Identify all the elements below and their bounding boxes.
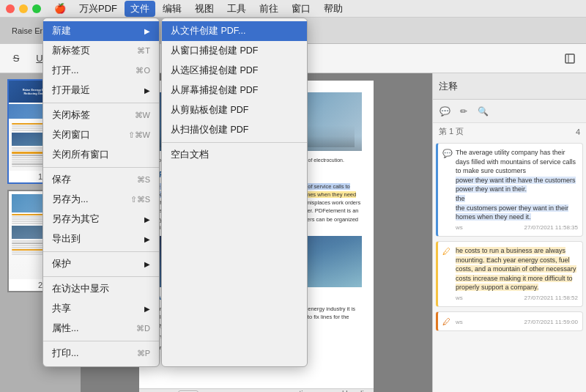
toolbar-strikethrough[interactable]: S: [6, 48, 26, 69]
panel-title: 注释: [439, 80, 458, 93]
menu-close-win[interactable]: 关闭窗口 ⇧⌘W: [43, 125, 159, 145]
submenu-from-window[interactable]: 从窗口捕捉创建 PDF: [162, 41, 307, 61]
annotation-1[interactable]: 💬 The average utility company has their …: [436, 143, 583, 237]
menu-save-other[interactable]: 另存为其它 ▶: [43, 210, 159, 229]
submenu-from-selection[interactable]: 从选区捕捉创建 PDF: [162, 61, 307, 81]
submenu-from-window-label: 从窗口捕捉创建 PDF: [171, 45, 258, 57]
submenu-sep: [162, 142, 307, 143]
menubar-edit[interactable]: 编辑: [157, 1, 188, 17]
annotation-2-text: he costs to run a business are always mo…: [456, 246, 578, 292]
menu-props-shortcut: ⌘D: [136, 324, 150, 333]
panel-tool-chat[interactable]: 💬: [436, 103, 453, 120]
new-submenu: 从文件创建 PDF... 从窗口捕捉创建 PDF 从选区捕捉创建 PDF 从屏幕…: [161, 18, 308, 367]
menu-sep-1: [43, 103, 159, 103]
pdf-next-page-2[interactable]: ↑: [242, 389, 256, 392]
annotation-1-text: The average utility company has their da…: [456, 148, 578, 222]
menu-save-as-shortcut: ⇧⌘S: [130, 195, 150, 204]
menubar-apple[interactable]: 🍎: [48, 1, 72, 15]
menu-export[interactable]: 导出到 ▶: [43, 229, 159, 249]
submenu-from-scanner-label: 从扫描仪创建 PDF: [171, 124, 248, 136]
menu-sep-4: [43, 276, 159, 277]
panel-tool-pen[interactable]: ✏: [455, 103, 472, 120]
annotation-2-user: ws: [456, 294, 463, 302]
menu-export-label: 导出到: [52, 233, 81, 245]
annotation-2[interactable]: 🖊 he costs to run a business are always …: [436, 241, 583, 307]
submenu-from-clipboard[interactable]: 从剪贴板创建 PDF: [162, 100, 307, 120]
minimize-btn[interactable]: [19, 4, 28, 13]
file-dropdown-menu: 新建 ▶ 新标签页 ⌘T 打开... ⌘O 打开最近 ▶: [42, 18, 160, 367]
menu-protect[interactable]: 保护 ▶: [43, 254, 159, 274]
menu-close-tab-label: 关闭标签: [52, 109, 90, 122]
menubar-appname[interactable]: 万兴PDF: [73, 1, 123, 17]
menu-share[interactable]: 共享 ▶: [43, 299, 159, 319]
menu-props-label: 属性...: [52, 322, 78, 335]
menu-close-all[interactable]: 关闭所有窗口: [43, 145, 159, 165]
menu-save-as-label: 另存为...: [52, 193, 88, 206]
menu-close-tab[interactable]: 关闭标签 ⌘W: [43, 106, 159, 125]
menubar-view[interactable]: 视图: [189, 1, 220, 17]
annotation-2-icon: 🖊: [442, 246, 450, 257]
submenu-blank[interactable]: 空白文档: [162, 145, 307, 165]
annotation-3-icon: 🖊: [442, 317, 450, 328]
menu-protect-arrow: ▶: [144, 260, 150, 268]
submenu-from-scanner[interactable]: 从扫描仪创建 PDF: [162, 120, 307, 140]
menu-save-shortcut: ⌘S: [137, 175, 150, 185]
menu-print-shortcut: ⌘P: [137, 349, 150, 358]
menu-open-recent[interactable]: 打开最近 ▶: [43, 81, 159, 100]
menu-new-tab[interactable]: 新标签页 ⌘T: [43, 41, 159, 61]
traffic-lights: [6, 4, 41, 13]
menu-open[interactable]: 打开... ⌘O: [43, 61, 159, 81]
panel-tool-search[interactable]: 🔍: [474, 103, 492, 120]
menu-props[interactable]: 属性... ⌘D: [43, 319, 159, 339]
menu-new[interactable]: 新建 ▶: [43, 21, 159, 41]
menubar-window[interactable]: 窗口: [286, 1, 316, 17]
svg-rect-12: [565, 54, 574, 63]
right-panel: 注释 💬 ✏ 🔍 第 1 页 4 💬 The average utility c…: [432, 73, 586, 392]
submenu-from-selection-label: 从选区捕捉创建 PDF: [171, 64, 258, 77]
menu-sep-3: [43, 251, 159, 252]
menubar: 🍎 万兴PDF 文件 编辑 视图 工具 前往 窗口 帮助: [0, 0, 586, 18]
menu-share-arrow: ▶: [144, 305, 150, 313]
annotation-3-time: 27/07/2021 11:59:00: [524, 318, 578, 326]
pdf-close-search[interactable]: ✕: [262, 389, 275, 392]
menu-share-label: 共享: [52, 303, 71, 315]
annotation-1-user: ws: [456, 223, 463, 232]
menu-new-label: 新建: [52, 25, 71, 37]
annotation-3[interactable]: 🖊 ws 27/07/2021 11:59:00: [436, 311, 583, 331]
maximize-btn[interactable]: [32, 4, 41, 13]
menu-save-as[interactable]: 另存为... ⇧⌘S: [43, 190, 159, 210]
menu-new-tab-label: 新标签页: [52, 45, 90, 57]
menu-show-finder-label: 在访达中显示: [52, 283, 109, 295]
menu-open-label: 打开...: [52, 64, 78, 77]
menu-show-finder[interactable]: 在访达中显示: [43, 279, 159, 299]
pdf-prev-page[interactable]: ↑: [158, 389, 171, 392]
menu-open-recent-arrow: ▶: [144, 86, 150, 95]
submenu-from-clipboard-label: 从剪贴板创建 PDF: [171, 104, 248, 117]
menu-close-win-shortcut: ⇧⌘W: [128, 130, 150, 140]
menu-save[interactable]: 保存 ⌘S: [43, 170, 159, 190]
menu-container: 新建 ▶ 新标签页 ⌘T 打开... ⌘O 打开最近 ▶: [42, 18, 308, 367]
menu-new-arrow: ▶: [144, 27, 150, 35]
submenu-from-screen[interactable]: 从屏幕捕捉创建 PDF: [162, 81, 307, 100]
pdf-bottom-bar: ↓ ↑ / 3 ↓ ↑ ✕ an entire region ...oad he…: [139, 388, 374, 392]
menu-sep-2: [43, 167, 159, 168]
submenu-from-file[interactable]: 从文件创建 PDF...: [162, 21, 307, 41]
menubar-goto[interactable]: 前往: [253, 1, 284, 17]
annotation-1-time: 27/07/2021 11:58:35: [524, 223, 578, 232]
pdf-next-page[interactable]: ↓: [223, 389, 237, 392]
panel-header: 注释: [433, 73, 586, 100]
panel-count: 4: [576, 127, 580, 136]
submenu-blank-label: 空白文档: [171, 149, 209, 161]
menubar-tools[interactable]: 工具: [221, 1, 252, 17]
panel-page-label: 第 1 页: [439, 126, 464, 137]
pdf-scroll-down[interactable]: ↓: [139, 389, 152, 392]
menu-print[interactable]: 打印... ⌘P: [43, 344, 159, 363]
menubar-file[interactable]: 文件: [125, 1, 155, 17]
menubar-help[interactable]: 帮助: [318, 1, 349, 17]
menu-open-shortcut: ⌘O: [136, 66, 150, 75]
menu-close-tab-shortcut: ⌘W: [135, 111, 150, 120]
panel-annotations: 💬 The average utility company has their …: [433, 140, 586, 392]
toolbar-expand[interactable]: [560, 48, 580, 69]
close-btn[interactable]: [6, 4, 15, 13]
annotation-1-meta: ws 27/07/2021 11:58:35: [456, 223, 578, 232]
